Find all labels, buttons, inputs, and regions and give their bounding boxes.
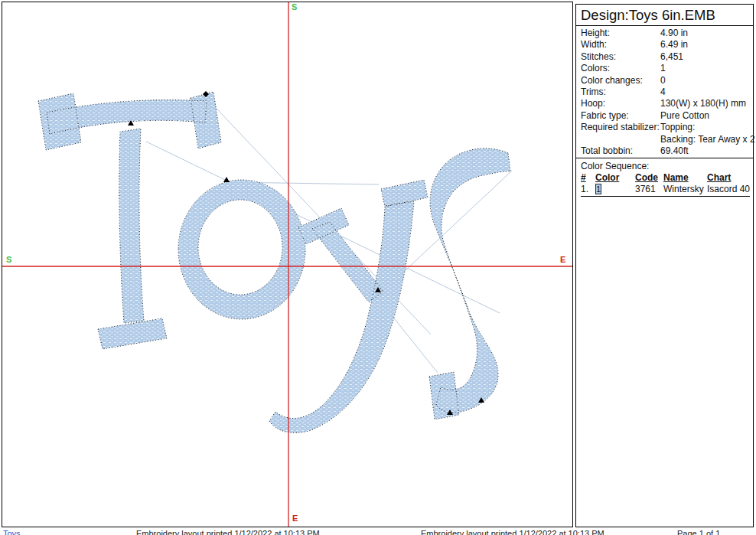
thread-name: Wintersky (663, 184, 707, 195)
property-row-stabilizer: Required stabilizer: Topping: (581, 122, 750, 133)
property-row-hoop: Hoop: 130(W) x 180(H) mm (581, 98, 750, 109)
color-sequence-row: 1. 1 3761 Wintersky Isacord 40 (581, 184, 750, 195)
end-marker-right: E (560, 256, 565, 264)
col-code: Code (635, 172, 663, 184)
thread-code: 3761 (635, 184, 663, 195)
col-num: # (581, 172, 595, 184)
property-row-width: Width: 6.49 in (581, 39, 750, 51)
color-sequence-heading: Color Sequence: (581, 160, 750, 172)
footer-printed-text-left: Embroidery layout printed 1/12/2022 at 1… (136, 529, 320, 535)
color-sequence-divider (581, 196, 750, 197)
color-sequence-section: Color Sequence: # Color Code Name Chart … (576, 158, 753, 197)
start-marker-top: S (292, 3, 297, 11)
thread-chart: Isacord 40 (707, 184, 753, 195)
col-name: Name (663, 172, 707, 184)
property-row-height: Height: 4.90 in (581, 28, 750, 39)
stitch-texture (38, 92, 510, 432)
property-row-fabric-type: Fabric type: Pure Cotton (581, 110, 750, 122)
property-row-stitches: Stitches: 6,451 (581, 51, 750, 63)
thread-color-swatch: 1 (595, 184, 601, 194)
col-chart: Chart (707, 172, 753, 184)
property-row-colors: Colors: 1 (581, 63, 750, 74)
property-row-total-bobbin: Total bobbin: 69.40ft (581, 145, 750, 157)
footer-page-number: Page 1 of 1 (677, 529, 720, 535)
property-row-stabilizer-backing: Backing: Tear Away x 2 (581, 134, 750, 145)
property-row-trims: Trims: 4 (581, 86, 750, 98)
thread-number: 1. (581, 184, 595, 195)
end-marker-bottom: E (292, 514, 298, 523)
design-properties: Height: 4.90 in Width: 6.49 in Stitches:… (576, 26, 753, 158)
color-sequence-header-row: # Color Code Name Chart (581, 172, 750, 184)
start-marker-left: S (6, 256, 11, 264)
footer-printed-text-right: Embroidery layout printed 1/12/2022 at 1… (421, 529, 604, 535)
design-title: Design:Toys 6in.EMB (576, 5, 753, 26)
col-color: Color (595, 172, 635, 184)
design-info-panel: Design:Toys 6in.EMB Height: 4.90 in Widt… (575, 4, 754, 527)
design-canvas[interactable]: S S E E (2, 2, 573, 527)
property-row-color-changes: Color changes: 0 (581, 75, 750, 86)
footer-design-link[interactable]: Toys (3, 529, 21, 535)
embroidery-design-svg (2, 2, 572, 527)
